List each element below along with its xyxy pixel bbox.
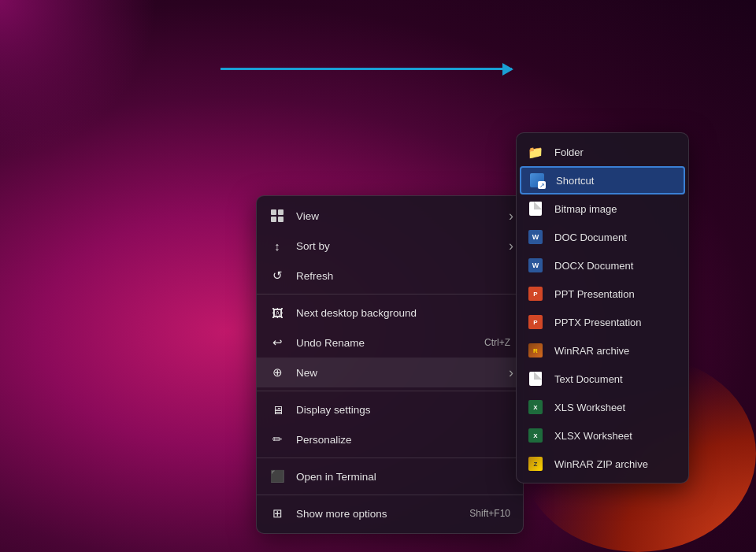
submenu-item-textdoc[interactable]: Text Document xyxy=(517,365,688,393)
shortcut-icon xyxy=(529,172,545,188)
pptx-icon: P xyxy=(528,314,543,330)
submenu-item-xlsx[interactable]: X XLSX Worksheet xyxy=(517,421,688,450)
menu-item-refresh[interactable]: ↺ Refresh xyxy=(257,261,523,291)
undorename-label: Undo Rename xyxy=(296,337,365,349)
xls-label: XLS Worksheet xyxy=(554,402,625,413)
new-icon: ⊕ xyxy=(269,365,285,380)
submenu-item-winrarzip[interactable]: Z WinRAR ZIP archive xyxy=(517,450,688,478)
textdoc-icon xyxy=(528,371,543,387)
bitmap-label: Bitmap image xyxy=(554,203,617,215)
view-icon xyxy=(269,208,285,224)
separator-4 xyxy=(257,495,523,495)
submenu-new: 📁 Folder Shortcut Bitmap image W DOC Doc… xyxy=(516,132,689,483)
menu-item-moreoptions[interactable]: ⊞ Show more options Shift+F10 xyxy=(257,498,523,528)
new-label: New xyxy=(296,367,317,379)
moreoptions-icon: ⊞ xyxy=(269,506,285,521)
menu-item-terminal[interactable]: ⬛ Open in Terminal xyxy=(257,461,523,491)
xlsx-label: XLSX Worksheet xyxy=(554,430,632,442)
pptx-label: PPTX Presentation xyxy=(554,317,642,328)
separator-3 xyxy=(257,458,523,458)
xlsx-icon: X xyxy=(528,428,543,443)
submenu-item-doc[interactable]: W DOC Document xyxy=(517,223,688,251)
submenu-item-docx[interactable]: W DOCX Document xyxy=(517,251,688,280)
winrar-label: WinRAR archive xyxy=(554,345,629,357)
separator-2 xyxy=(257,391,523,391)
menu-item-personalize[interactable]: ✏ Personalize xyxy=(257,424,523,454)
refresh-icon: ↺ xyxy=(269,268,285,283)
menu-item-sortby[interactable]: ↕ Sort by xyxy=(257,231,523,261)
submenu-item-ppt[interactable]: P PPT Presentation xyxy=(517,280,688,308)
xls-icon: X xyxy=(528,399,543,415)
ppt-icon: P xyxy=(528,286,543,302)
winrar-icon: R xyxy=(528,343,543,358)
folder-icon: 📁 xyxy=(528,144,543,160)
docx-icon: W xyxy=(528,257,543,273)
submenu-item-xls[interactable]: X XLS Worksheet xyxy=(517,393,688,421)
winrarzip-label: WinRAR ZIP archive xyxy=(554,458,648,470)
terminal-label: Open in Terminal xyxy=(296,471,376,483)
sortby-icon: ↕ xyxy=(269,238,285,254)
nextbg-label: Next desktop background xyxy=(296,307,417,319)
refresh-label: Refresh xyxy=(296,270,333,282)
menu-item-new[interactable]: ⊕ New xyxy=(257,358,523,387)
sortby-label: Sort by xyxy=(296,240,330,252)
context-menu: View ↕ Sort by ↺ Refresh 🖼 Next desktop … xyxy=(256,195,524,534)
submenu-item-pptx[interactable]: P PPTX Presentation xyxy=(517,308,688,336)
personalize-label: Personalize xyxy=(296,434,352,446)
menu-item-displaysettings[interactable]: 🖥 Display settings xyxy=(257,395,523,424)
terminal-icon: ⬛ xyxy=(269,469,285,484)
zip-icon: Z xyxy=(528,456,543,472)
submenu-item-bitmap[interactable]: Bitmap image xyxy=(517,194,688,223)
ppt-label: PPT Presentation xyxy=(554,288,635,300)
textdoc-label: Text Document xyxy=(554,373,623,385)
moreoptions-label: Show more options xyxy=(296,508,387,520)
submenu-item-shortcut[interactable]: Shortcut xyxy=(520,166,685,194)
menu-item-nextbg[interactable]: 🖼 Next desktop background xyxy=(257,298,523,328)
shortcut-label: Shortcut xyxy=(556,175,594,187)
displaysettings-label: Display settings xyxy=(296,404,371,416)
docx-label: DOCX Document xyxy=(554,260,633,272)
submenu-item-folder[interactable]: 📁 Folder xyxy=(517,138,688,166)
view-label: View xyxy=(296,210,319,222)
submenu-item-winrar[interactable]: R WinRAR archive xyxy=(517,336,688,365)
doc-icon: W xyxy=(528,229,543,245)
bg-decoration-2 xyxy=(0,0,158,157)
display-icon: 🖥 xyxy=(269,402,285,417)
bitmap-icon xyxy=(528,201,543,217)
separator-1 xyxy=(257,294,523,295)
menu-item-undorename[interactable]: ↩ Undo Rename Ctrl+Z xyxy=(257,328,523,358)
undo-icon: ↩ xyxy=(269,335,285,350)
nextbg-icon: 🖼 xyxy=(269,305,285,320)
menu-item-view[interactable]: View xyxy=(257,201,523,231)
personalize-icon: ✏ xyxy=(269,432,285,447)
folder-label: Folder xyxy=(554,146,584,158)
doc-label: DOC Document xyxy=(554,232,627,243)
moreoptions-shortcut: Shift+F10 xyxy=(469,508,510,519)
undorename-shortcut: Ctrl+Z xyxy=(484,337,510,348)
arrow-pointer xyxy=(220,68,512,70)
